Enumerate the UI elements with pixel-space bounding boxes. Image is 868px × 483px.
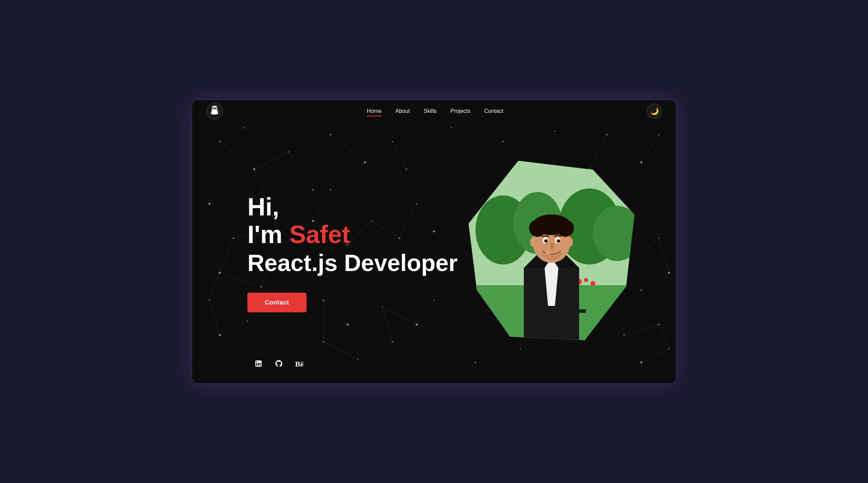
svg-point-100 <box>214 106 215 107</box>
hero-name-prefix: I'm <box>247 220 289 248</box>
svg-line-41 <box>659 325 669 349</box>
svg-line-13 <box>209 300 220 335</box>
svg-line-5 <box>209 204 234 238</box>
svg-point-45 <box>219 141 221 142</box>
svg-point-128 <box>558 240 559 241</box>
svg-line-28 <box>358 342 393 359</box>
svg-point-72 <box>392 341 394 342</box>
svg-line-0 <box>220 142 254 169</box>
hero-content: Hi, I'm Safet React.js Developer Contact <box>247 194 458 312</box>
svg-line-1 <box>254 152 289 169</box>
behance-icon[interactable]: Bē <box>295 360 303 369</box>
profile-image-container <box>469 161 634 340</box>
svg-line-42 <box>641 349 669 363</box>
nav-about[interactable]: About <box>395 108 410 114</box>
navbar: Home About Skills Projects Contact 🌙 <box>192 100 676 123</box>
svg-point-102 <box>213 108 214 109</box>
svg-point-122 <box>536 218 567 233</box>
svg-point-47 <box>288 151 290 153</box>
github-icon[interactable] <box>275 359 283 369</box>
svg-point-73 <box>357 358 359 360</box>
profile-blob <box>469 161 634 340</box>
svg-point-89 <box>451 127 452 128</box>
svg-point-46 <box>253 168 255 170</box>
browser-frame: Home About Skills Projects Contact 🌙 Hi,… <box>192 100 676 383</box>
nav-contact[interactable]: Contact <box>484 108 503 114</box>
svg-point-81 <box>658 238 659 239</box>
svg-point-90 <box>502 141 504 142</box>
svg-point-51 <box>233 237 235 239</box>
svg-point-74 <box>323 341 324 342</box>
svg-point-115 <box>591 281 595 286</box>
svg-point-87 <box>640 361 642 364</box>
hero-name: Safet <box>289 220 350 248</box>
social-icons: Bē <box>254 359 303 369</box>
profile-illustration <box>469 161 634 340</box>
logo[interactable] <box>206 103 223 120</box>
svg-point-70 <box>347 323 349 326</box>
svg-line-35 <box>641 135 659 162</box>
svg-point-58 <box>330 134 331 135</box>
svg-point-86 <box>668 348 670 349</box>
hero-name-line: I'm Safet <box>247 221 458 248</box>
svg-line-18 <box>330 162 365 190</box>
svg-point-129 <box>530 237 537 247</box>
nav-skills[interactable]: Skills <box>424 108 436 114</box>
svg-line-17 <box>393 142 406 169</box>
svg-line-31 <box>323 325 348 342</box>
svg-line-15 <box>330 135 365 162</box>
svg-point-94 <box>475 361 477 363</box>
svg-point-60 <box>392 141 393 142</box>
hero-section: Home About Skills Projects Contact 🌙 Hi,… <box>192 100 676 383</box>
nav-links: Home About Skills Projects Contact <box>367 108 503 114</box>
svg-point-57 <box>209 300 210 301</box>
svg-point-55 <box>247 320 248 322</box>
theme-toggle-button[interactable]: 🌙 <box>647 104 662 119</box>
svg-point-48 <box>312 189 314 191</box>
svg-point-56 <box>219 334 221 336</box>
nav-projects[interactable]: Projects <box>450 108 470 114</box>
contact-button[interactable]: Contact <box>247 293 306 312</box>
linkedin-icon[interactable] <box>254 359 263 369</box>
svg-point-114 <box>584 278 588 282</box>
svg-point-103 <box>216 108 217 109</box>
svg-line-34 <box>607 135 641 162</box>
svg-point-77 <box>606 134 608 135</box>
svg-line-29 <box>323 342 358 359</box>
hero-title: React.js Developer <box>247 250 458 276</box>
svg-point-50 <box>208 203 210 205</box>
svg-point-79 <box>658 134 659 135</box>
svg-point-85 <box>658 323 660 325</box>
svg-point-83 <box>641 289 642 291</box>
svg-rect-98 <box>211 112 218 114</box>
svg-line-8 <box>220 238 234 273</box>
svg-line-3 <box>220 128 244 142</box>
svg-line-38 <box>641 273 669 290</box>
svg-point-59 <box>364 161 366 163</box>
svg-line-2 <box>289 152 313 190</box>
svg-line-37 <box>659 238 669 273</box>
svg-point-49 <box>243 127 245 128</box>
svg-point-127 <box>546 240 547 241</box>
svg-line-16 <box>365 142 393 162</box>
svg-point-61 <box>406 168 407 170</box>
svg-point-62 <box>330 189 331 191</box>
svg-point-91 <box>554 131 556 132</box>
svg-line-12 <box>220 321 247 335</box>
svg-point-93 <box>520 348 521 349</box>
nav-home[interactable]: Home <box>367 108 382 114</box>
svg-point-130 <box>566 237 573 247</box>
svg-point-75 <box>416 323 418 326</box>
svg-point-53 <box>219 272 221 274</box>
svg-line-14 <box>209 273 220 300</box>
svg-point-82 <box>668 272 670 274</box>
svg-point-78 <box>640 161 642 163</box>
hero-greeting: Hi, <box>247 194 458 219</box>
